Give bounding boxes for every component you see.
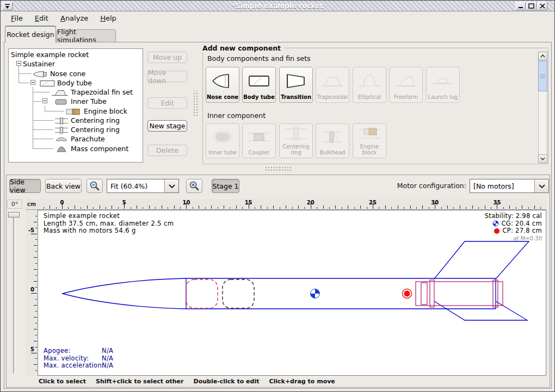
minimize-button[interactable] — [515, 2, 526, 10]
rocket-dimensions: Length 37.5 cm, max. diameter 2.5 cm — [44, 220, 174, 228]
zoom-level-value: Fit (60.4%) — [107, 179, 164, 192]
body-tube-icon — [246, 67, 272, 94]
mass-component-icon — [54, 145, 69, 155]
tree-item-sustainer[interactable]: Sustainer — [9, 59, 143, 68]
tree-item-trapezoidal-fin-set[interactable]: Trapezoidal fin set — [9, 88, 143, 96]
menu-bar: File Edit Analyze Help — [1, 11, 554, 24]
side-view-button[interactable]: Side view — [9, 179, 41, 193]
cp-marker — [403, 289, 412, 298]
engine-block-icon — [357, 124, 382, 144]
inner-tube-outline — [416, 280, 503, 307]
add-nose-cone-button[interactable]: Nose cone — [206, 67, 239, 103]
motor-configuration-combobox[interactable]: [No motors] — [470, 179, 549, 193]
add-inner-tube-button: Inner tube — [206, 123, 239, 158]
hint-drag: Click+drag to move — [269, 378, 335, 385]
rocket-diagram[interactable] — [38, 210, 546, 375]
cg-legend-icon — [492, 220, 499, 227]
tree-item-inner-tube[interactable]: Inner Tube — [9, 97, 143, 105]
ruler-horizontal: 05101520253035 — [38, 199, 546, 210]
zoom-in-button[interactable] — [186, 179, 202, 193]
window-title: *Simple example rocket — [1, 2, 554, 10]
centering-ring-icon — [283, 124, 309, 144]
combobox-arrow[interactable] — [534, 179, 548, 192]
move-down-button: Move down — [147, 71, 187, 82]
new-stage-button[interactable]: New stage — [147, 120, 187, 132]
close-button[interactable] — [537, 2, 547, 10]
rocket-name: Simple example rocket — [44, 213, 174, 220]
add-freeform-fin-button: Freeform — [389, 67, 423, 103]
zoom-out-button[interactable] — [87, 179, 103, 193]
rocket-canvas[interactable]: Simple example rocket Length 37.5 cm, ma… — [38, 210, 546, 376]
horizontal-splitter-grip[interactable] — [266, 167, 293, 171]
add-coupler-button: Coupler — [242, 123, 276, 158]
tree-item-centering-ring-2[interactable]: Centering ring — [9, 125, 143, 134]
add-transition-button[interactable]: Transition — [279, 67, 313, 103]
tree-item-body-tube[interactable]: Body tube — [9, 78, 143, 87]
inner-tube-icon — [210, 124, 235, 150]
rotation-value: 0° — [7, 200, 22, 209]
chevron-down-icon — [169, 184, 175, 188]
hint-click-select: Click to select — [39, 378, 86, 385]
tree-item-parachute[interactable]: Parachute — [9, 134, 143, 143]
menu-file[interactable]: File — [6, 13, 28, 23]
groupbox-title-line — [260, 48, 548, 49]
motor-configuration-label: Motor configuration: — [376, 179, 466, 193]
collapse-toggle[interactable] — [30, 80, 35, 85]
collapse-toggle[interactable] — [42, 98, 47, 103]
stability-legend: Stability: 2.98 cal CG: 20.4 cm CP: 27.8… — [485, 213, 542, 242]
rocket-mass: Mass with no motors 54.6 g — [44, 227, 174, 235]
add-elliptical-fin-button: Elliptical — [353, 67, 386, 103]
tree-item-rocket[interactable]: Simple example rocket — [9, 50, 143, 59]
back-view-button[interactable]: Back view — [45, 179, 82, 193]
magnifier-plus-icon — [189, 181, 200, 191]
add-component-title: Add new component — [202, 44, 284, 52]
stage-1-toggle[interactable]: Stage 1 — [212, 179, 239, 193]
cg-marker — [311, 289, 320, 298]
scroll-up-button[interactable] — [538, 52, 547, 60]
magnifier-minus-icon — [89, 181, 100, 191]
rotation-slider-track[interactable] — [13, 213, 15, 374]
zoom-level-combobox[interactable]: Fit (60.4%) — [107, 179, 179, 193]
transition-icon — [283, 67, 309, 94]
edit-button: Edit — [147, 97, 187, 109]
chevron-down-icon — [539, 184, 545, 188]
rocket-info: Simple example rocket Length 37.5 cm, ma… — [44, 213, 174, 235]
maximize-button[interactable] — [526, 2, 536, 10]
scrollbar-thumb[interactable] — [538, 61, 547, 91]
launch-lug-icon — [430, 67, 455, 94]
rotation-slider-handle[interactable] — [8, 212, 20, 217]
tab-rocket-design[interactable]: Rocket design — [5, 26, 56, 42]
scroll-down-button[interactable] — [538, 154, 547, 163]
tree-item-mass-component[interactable]: Mass component — [9, 144, 143, 153]
stability-value: Stability: 2.98 cal — [485, 213, 542, 220]
vertical-splitter-grip[interactable] — [194, 91, 198, 116]
simulation-results: Apogee:N/A Max. velocity:N/A Max. accele… — [44, 347, 104, 370]
tab-flight-simulations[interactable]: Flight simulations — [57, 29, 116, 42]
title-bar[interactable]: *Simple example rocket — [1, 1, 554, 11]
bulkhead-icon — [320, 124, 345, 150]
ruler-vertical: -505 — [26, 210, 38, 376]
cp-legend-icon — [494, 228, 500, 234]
mach-condition: at M=0.30 — [485, 235, 542, 242]
tree-item-centering-ring-1[interactable]: Centering ring — [9, 116, 143, 125]
inner-component-label: Inner component — [207, 111, 266, 120]
add-launch-lug-button: Launch lug — [426, 67, 460, 103]
add-body-tube-button[interactable]: Body tube — [242, 67, 276, 103]
delete-button: Delete — [147, 145, 187, 156]
combobox-arrow[interactable] — [164, 179, 178, 192]
menu-edit[interactable]: Edit — [30, 13, 53, 23]
parachute-outline — [186, 279, 218, 308]
ruler-unit-label: cm — [26, 199, 38, 210]
component-tree: Simple example rocket Sustainer Nose con… — [8, 48, 143, 163]
mass-component-outline — [223, 279, 254, 308]
close-icon — [540, 3, 545, 9]
tree-item-nose-cone[interactable]: Nose cone — [9, 69, 143, 78]
menu-analyze[interactable]: Analyze — [55, 13, 93, 23]
hint-double-click: Double-click to edit — [194, 378, 260, 385]
nose-cone-icon — [210, 67, 235, 94]
menu-help[interactable]: Help — [95, 13, 121, 23]
status-hints: Click to select Shift+click to select ot… — [39, 378, 335, 385]
hint-shift-click: Shift+click to select other — [96, 378, 184, 385]
collapse-toggle[interactable] — [16, 61, 21, 66]
tree-item-engine-block[interactable]: Engine block — [9, 107, 143, 115]
